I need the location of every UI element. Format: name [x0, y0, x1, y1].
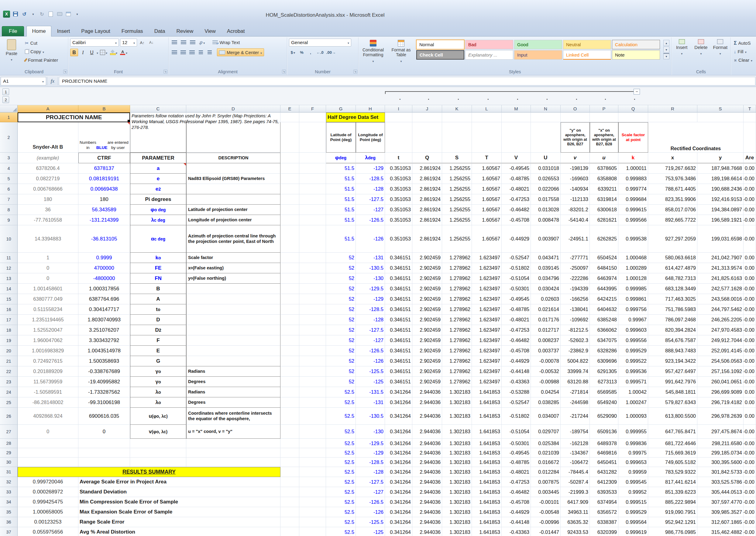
cell-T12[interactable]: 0.00 — [743, 263, 756, 273]
row-header-35[interactable]: 35 — [0, 507, 17, 517]
cell-L36[interactable]: 1.641853 — [472, 517, 502, 527]
cell-L7[interactable]: 1.60567 — [472, 194, 502, 205]
cell-O26[interactable]: -217244 — [561, 408, 590, 425]
cell-O21[interactable]: 5004.822 — [561, 356, 590, 366]
cell-T24[interactable]: 0.00 — [743, 387, 756, 397]
cell-Q24[interactable]: 1.00042 — [618, 387, 648, 397]
cell-K19[interactable]: 1.278962 — [442, 335, 472, 346]
font-dialog-launcher[interactable] — [164, 70, 168, 74]
cell-A5[interactable]: 0.0822719 — [17, 174, 79, 184]
cell-S25[interactable]: 296,719.4182 — [697, 397, 743, 408]
cell-R26[interactable]: 613,800.5500 — [648, 408, 697, 425]
cell-B30[interactable] — [79, 457, 130, 467]
cell-P35[interactable]: 6356572 — [590, 507, 618, 517]
cell-O12[interactable]: -250097 — [561, 263, 590, 273]
cell-G24[interactable]: 52.5 — [326, 387, 356, 397]
cell-P4[interactable]: 6378605 — [590, 163, 618, 174]
cell-D22[interactable]: Radians — [186, 366, 280, 377]
orientation-button[interactable] — [198, 39, 206, 46]
cell-I35[interactable]: 0.341264 — [385, 507, 412, 517]
cell-S19[interactable]: 249,912.7044 — [697, 335, 743, 346]
cell-N4[interactable]: 0.031018 — [531, 163, 561, 174]
cell-Q20[interactable]: 0.999529 — [618, 346, 648, 356]
cell-K26[interactable]: 1.302183 — [442, 408, 472, 425]
cell-A29[interactable] — [17, 448, 79, 457]
cell-E24[interactable] — [280, 387, 299, 397]
cell-K3[interactable]: S — [442, 152, 472, 163]
cell-C30[interactable] — [130, 457, 186, 467]
cell-T33[interactable]: -0.00 — [743, 487, 756, 497]
font-color-button[interactable] — [119, 49, 128, 56]
cell-Q26[interactable]: 1.000093 — [618, 408, 648, 425]
cell-O11[interactable]: -277771 — [561, 252, 590, 263]
cell-E21[interactable] — [280, 356, 299, 366]
cell-R22[interactable]: 957,427.6497 — [648, 366, 697, 377]
cell-C26[interactable]: u (φo, λc) — [130, 408, 186, 425]
cell-M31[interactable]: -0.48021 — [502, 467, 531, 477]
cell-I31[interactable]: 0.341264 — [385, 467, 412, 477]
cell-M14[interactable]: -0.50301 — [502, 284, 531, 294]
cell-E25[interactable] — [280, 397, 299, 408]
cell-J30[interactable]: 2.944036 — [412, 457, 442, 467]
cell-I24[interactable]: 0.341264 — [385, 387, 412, 397]
cell-N7[interactable]: 0.017558 — [531, 194, 561, 205]
cell-F9[interactable] — [299, 215, 326, 225]
cell-N30[interactable]: 0.016672 — [531, 457, 561, 467]
conditional-formatting-button[interactable]: Conditional Formatting — [361, 39, 386, 64]
cell-B18[interactable]: 3.251076207 — [79, 325, 130, 335]
cell-B10[interactable]: -36.813105 — [79, 225, 130, 252]
fill-button[interactable]: Fill — [733, 48, 756, 55]
cell-I7[interactable]: 0.351053 — [385, 194, 412, 205]
cell-I33[interactable]: 0.341264 — [385, 487, 412, 497]
cell-C18[interactable]: D2 — [130, 325, 186, 335]
cell-N1[interactable] — [531, 113, 561, 122]
cell-A2[interactable]: Snyder-Alt B — [17, 122, 79, 152]
cell-D12[interactable]: xo (False easting) — [186, 263, 280, 273]
cell-G28[interactable]: 52.5 — [326, 439, 356, 448]
cell-C11[interactable]: ko — [130, 252, 186, 263]
number-format-combo[interactable]: General — [289, 39, 351, 47]
cell-F25[interactable] — [299, 397, 326, 408]
cell-I22[interactable]: 0.346151 — [385, 366, 412, 377]
cell-D18[interactable] — [186, 325, 280, 335]
cell-Q30[interactable]: 0.999653 — [618, 457, 648, 467]
cell-J15[interactable]: 2.902459 — [412, 294, 442, 304]
cell-A12[interactable]: 0 — [17, 263, 79, 273]
cell-P34[interactable]: 6374954 — [590, 497, 618, 507]
cell-C1[interactable] — [130, 113, 186, 122]
cell-N25[interactable]: 0.038285 — [531, 397, 561, 408]
align-bottom-button[interactable] — [189, 39, 197, 46]
cell-N22[interactable]: -0.00532 — [531, 366, 561, 377]
cell-A36[interactable]: 0.00123253 — [17, 517, 79, 527]
cut-button[interactable]: ✂Cut — [24, 39, 59, 47]
cell-D26[interactable]: Coordinates where centerline intersects … — [186, 408, 280, 425]
cell-C7[interactable]: Pi degrees — [130, 194, 186, 205]
cell-T20[interactable]: -0.00 — [743, 346, 756, 356]
cell-H17[interactable]: -128 — [356, 315, 385, 325]
cell-J29[interactable]: 2.944036 — [412, 448, 442, 457]
cell-L24[interactable]: 1.641853 — [472, 387, 502, 397]
cell-P27[interactable]: 6509136 — [590, 425, 618, 439]
cell-G22[interactable]: 52 — [326, 366, 356, 377]
cell-I29[interactable]: 0.341264 — [385, 448, 412, 457]
cell-D4[interactable] — [186, 163, 280, 174]
cell-T28[interactable]: -0.00 — [743, 439, 756, 448]
cell-P16[interactable]: 6404632 — [590, 304, 618, 315]
cell-F4[interactable] — [299, 163, 326, 174]
cell-R37[interactable]: 986,776.0985 — [648, 527, 697, 536]
cell-Q31[interactable]: 0.99959 — [618, 467, 648, 477]
cell-N2[interactable] — [531, 122, 561, 152]
cell-H30[interactable]: -128.5 — [356, 457, 385, 467]
cell-J23[interactable]: 2.902459 — [412, 377, 442, 387]
cell-O5[interactable]: -169603 — [561, 174, 590, 184]
cell-O18[interactable]: -81212.5 — [561, 325, 590, 335]
cell-E14[interactable] — [280, 284, 299, 294]
cell-I11[interactable]: 0.346151 — [385, 252, 412, 263]
cell-N12[interactable]: 0.039145 — [531, 263, 561, 273]
cell-Q12[interactable]: 1.000289 — [618, 263, 648, 273]
cell-K23[interactable]: 1.278962 — [442, 377, 472, 387]
cell-R15[interactable]: 717,463.3025 — [648, 294, 697, 304]
cell-M20[interactable]: -0.45708 — [502, 346, 531, 356]
cell-E32[interactable] — [280, 477, 299, 487]
cell-T26[interactable]: 0.00 — [743, 408, 756, 425]
